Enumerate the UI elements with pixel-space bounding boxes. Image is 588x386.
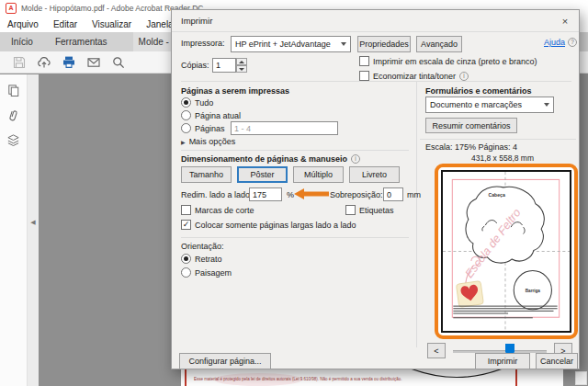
pages-section-title: Páginas a serem impressas bbox=[181, 86, 289, 96]
section-divider bbox=[181, 150, 409, 151]
expand-right-icon: ▶ bbox=[181, 139, 186, 145]
checkbox-box bbox=[345, 205, 356, 215]
forms-section-title: Formulários e comentários bbox=[425, 86, 532, 96]
orientation-title: Orientação: bbox=[181, 242, 224, 251]
callout-arrow-icon bbox=[294, 188, 329, 199]
sheet-size-info: 431,8 x 558,8 mm bbox=[435, 153, 571, 163]
page-thumbnails-button[interactable] bbox=[6, 83, 21, 98]
help-link[interactable]: Ajuda bbox=[544, 38, 565, 47]
acrobat-window: A Molde - Hipopótamo.pdf - Adobe Acrobat… bbox=[0, 0, 588, 386]
radio-all-pages[interactable]: Tudo bbox=[181, 97, 213, 108]
search-button[interactable] bbox=[110, 54, 126, 70]
page-setup-button[interactable]: Configurar página... bbox=[179, 353, 271, 369]
print-button[interactable] bbox=[61, 54, 76, 70]
prev-page-button[interactable]: < bbox=[427, 343, 446, 358]
labels-label: Etiquetas bbox=[359, 206, 394, 215]
radio-dot bbox=[181, 123, 191, 133]
overlap-input[interactable] bbox=[383, 187, 403, 201]
email-button[interactable] bbox=[85, 54, 101, 70]
tile-scale-unit: % bbox=[287, 190, 294, 199]
tab-inicio[interactable]: Início bbox=[0, 32, 44, 51]
sizing-section-header: Dimensionamento de páginas & manuseio i bbox=[181, 154, 360, 164]
radio-current-label: Página atual bbox=[195, 111, 241, 120]
labels-checkbox[interactable]: Etiquetas bbox=[345, 205, 394, 215]
copies-label: Cópias: bbox=[181, 61, 209, 70]
forms-select[interactable]: Documento e marcações bbox=[425, 96, 554, 113]
radio-all-label: Tudo bbox=[195, 98, 213, 108]
dialog-close-button[interactable]: × bbox=[558, 15, 572, 28]
checkbox-box: ✓ bbox=[181, 220, 191, 230]
radio-page-range[interactable]: Páginas bbox=[181, 123, 225, 133]
print-confirm-button[interactable]: Imprimir bbox=[475, 353, 530, 369]
document-copyright-text: Esse material é protegido pela lei de di… bbox=[194, 377, 401, 381]
radio-range-label: Páginas bbox=[195, 124, 225, 133]
sidebar-edge bbox=[28, 74, 39, 386]
help-icon[interactable]: ? bbox=[568, 38, 577, 47]
section-divider bbox=[420, 139, 576, 140]
menu-visualizar[interactable]: Visualizar bbox=[85, 19, 139, 29]
print-dialog: Imprimir × Impressora: HP ePrint + JetAd… bbox=[171, 9, 580, 369]
sizing-tab-livreto[interactable]: Livreto bbox=[349, 166, 400, 183]
cut-marks-label: Marcas de corte bbox=[195, 206, 254, 215]
radio-dot bbox=[181, 267, 191, 278]
sizing-tab-tamanho[interactable]: Tamanho bbox=[181, 166, 232, 183]
menu-editar[interactable]: Editar bbox=[46, 19, 85, 29]
document-page-strip: Esse material é protegido pela lei de di… bbox=[181, 369, 563, 386]
printer-select[interactable]: HP ePrint + JetAdvantage bbox=[231, 36, 351, 52]
stepper-down-button[interactable] bbox=[236, 65, 247, 73]
radio-current-page[interactable]: Página atual bbox=[181, 110, 241, 120]
save-toner-label: Economizar tinta/toner bbox=[373, 72, 456, 81]
check-icon: ✓ bbox=[183, 221, 190, 229]
sizing-tab-poster[interactable]: Pôster bbox=[237, 166, 288, 183]
advanced-button[interactable]: Avançado bbox=[416, 36, 462, 52]
part-label-belly: Barriga bbox=[526, 289, 541, 293]
save-icon bbox=[12, 55, 27, 70]
collapse-pane-arrow-icon[interactable]: ◀ bbox=[28, 219, 38, 226]
heart-logo bbox=[456, 281, 483, 308]
more-options-toggle[interactable]: ▶ Mais opções bbox=[181, 137, 235, 146]
layers-button[interactable] bbox=[6, 132, 21, 148]
copies-stepper bbox=[236, 58, 247, 73]
stepper-up-button[interactable] bbox=[236, 58, 247, 65]
page-range-input[interactable] bbox=[231, 121, 338, 135]
cut-marks-checkbox[interactable]: Marcas de corte bbox=[181, 205, 254, 215]
attachments-button[interactable] bbox=[6, 108, 21, 123]
radio-dot bbox=[181, 254, 191, 264]
preview-page: Cabeça Barriga Escola de Feltro bbox=[441, 170, 571, 333]
column-divider bbox=[416, 81, 417, 347]
grayscale-checkbox[interactable]: Imprimir em escala de cinza (preto e bra… bbox=[359, 56, 537, 66]
properties-button[interactable]: Propriedades bbox=[357, 36, 411, 52]
summarize-comments-button[interactable]: Resumir comentários bbox=[425, 118, 517, 133]
scrollbar-corner bbox=[575, 371, 587, 385]
preview-drawing: Cabeça Barriga Escola de Feltro bbox=[443, 172, 570, 331]
radio-dot bbox=[181, 97, 191, 108]
dialog-header-divider bbox=[172, 31, 579, 32]
checkbox-box bbox=[359, 56, 369, 66]
checkbox-box bbox=[359, 71, 369, 81]
section-divider bbox=[181, 81, 571, 82]
triangle-down-icon bbox=[239, 68, 244, 71]
dialog-title: Imprimir bbox=[181, 16, 212, 26]
tile-scale-input[interactable] bbox=[249, 187, 282, 201]
search-icon bbox=[111, 55, 126, 70]
tile-wide-checkbox[interactable]: ✓ Colocar somente páginas largas lado a … bbox=[181, 220, 356, 230]
envelope-icon bbox=[86, 55, 101, 70]
document-outline-curve bbox=[406, 369, 507, 385]
info-icon[interactable]: i bbox=[459, 72, 469, 81]
triangle-up-icon bbox=[239, 61, 244, 63]
save-button[interactable] bbox=[11, 54, 27, 70]
tab-ferramentas[interactable]: Ferramentas bbox=[44, 32, 119, 51]
part-label-head: Cabeça bbox=[489, 192, 505, 198]
share-button[interactable] bbox=[36, 54, 51, 70]
overlap-label: Sobreposição: bbox=[330, 190, 383, 199]
save-toner-checkbox[interactable]: Economizar tinta/toner i bbox=[359, 71, 469, 81]
more-options-label: Mais opções bbox=[189, 137, 236, 146]
cancel-button[interactable]: Cancelar bbox=[536, 353, 578, 369]
copies-input[interactable] bbox=[212, 58, 236, 73]
menu-arquivo[interactable]: Arquivo bbox=[0, 19, 46, 29]
info-icon[interactable]: i bbox=[351, 154, 360, 164]
scale-info: Escala: 175% Páginas: 4 bbox=[425, 142, 517, 152]
radio-landscape[interactable]: Paisagem bbox=[181, 267, 232, 278]
radio-portrait[interactable]: Retrato bbox=[181, 254, 222, 264]
sizing-tab-multiplo[interactable]: Múltiplo bbox=[293, 166, 344, 183]
